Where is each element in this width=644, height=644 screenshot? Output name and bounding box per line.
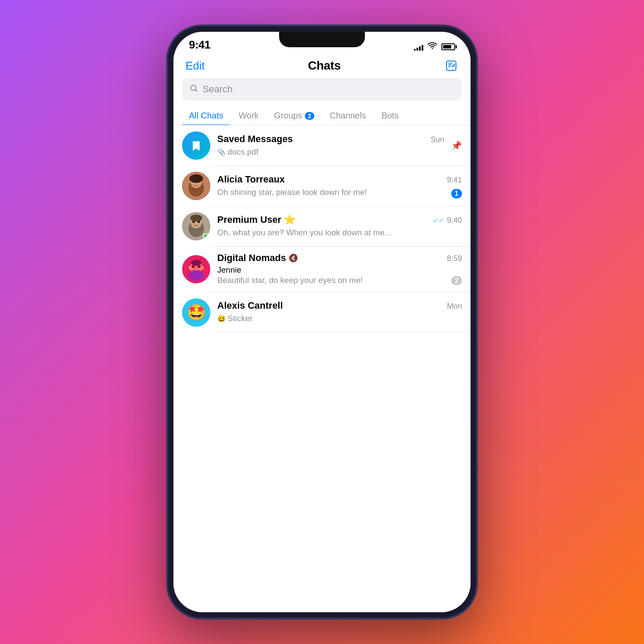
chat-name-premium: Premium User ⭐ <box>217 214 295 225</box>
chat-list: Saved Messages Sun 📎 docs.pdf 📌 <box>173 125 471 612</box>
signal-bars-icon <box>414 43 423 51</box>
chat-item-alicia[interactable]: Alicia Torreaux 9:41 Oh shining star, pl… <box>173 166 471 206</box>
online-dot-premium <box>203 233 209 239</box>
premium-star-icon: ⭐ <box>284 214 295 225</box>
page-title: Chats <box>308 59 340 73</box>
chat-time-premium: ✓✓ 9:40 <box>433 216 462 225</box>
unread-count-alicia: 1 <box>451 189 462 198</box>
tab-groups[interactable]: Groups 2 <box>267 106 321 125</box>
phone-notch <box>279 32 365 47</box>
chat-body-alexis: Alexis Cantrell Mon 😆 Sticker <box>217 300 462 325</box>
chat-time-digital-nomads: 8:59 <box>447 254 462 263</box>
chat-name-alexis: Alexis Cantrell <box>217 300 283 311</box>
paperclip-icon: 📎 <box>217 148 226 156</box>
phone-frame: 9:41 <box>167 26 477 618</box>
chat-name-saved-messages: Saved Messages <box>217 134 293 145</box>
tab-channels-label: Channels <box>330 111 366 121</box>
chat-top-premium: Premium User ⭐ ✓✓ 9:40 <box>217 214 462 225</box>
alexis-emoji: 🤩 <box>187 304 206 322</box>
sticker-emoji-icon: 😆 <box>217 315 226 323</box>
svg-point-8 <box>189 174 203 183</box>
tabs-bar: All Chats Work Groups 2 Channels Bots <box>173 106 471 125</box>
chat-top-alicia: Alicia Torreaux 9:41 <box>217 174 462 185</box>
chat-top-alexis: Alexis Cantrell Mon <box>217 300 462 311</box>
preview-row-saved-messages: 📎 docs.pdf <box>217 146 444 158</box>
chat-body-digital-nomads: Digital Nomads 🔇 8:59 Jennie Beautiful s… <box>217 252 462 286</box>
chat-preview-saved-messages: docs.pdf <box>228 146 258 158</box>
status-icons <box>414 42 455 52</box>
chat-top-digital-nomads: Digital Nomads 🔇 8:59 <box>217 252 462 264</box>
tab-bots-label: Bots <box>381 111 398 121</box>
tab-groups-badge: 2 <box>305 112 314 120</box>
chat-preview-alexis: Sticker <box>228 313 252 325</box>
avatar-alicia <box>182 172 210 200</box>
avatar-digital-nomads <box>182 255 210 283</box>
tab-all-chats-label: All Chats <box>189 111 223 121</box>
wifi-icon <box>428 42 437 52</box>
battery-fill <box>443 45 451 49</box>
chat-item-digital-nomads[interactable]: Digital Nomads 🔇 8:59 Jennie Beautiful s… <box>173 246 471 292</box>
signal-bar-1 <box>414 49 416 51</box>
digital-nomads-name: Digital Nomads <box>217 252 286 264</box>
chat-top-saved-messages: Saved Messages Sun <box>217 134 444 145</box>
alicia-face-svg <box>182 172 210 200</box>
chat-time-saved-messages: Sun <box>431 135 444 144</box>
avatar-saved-messages <box>182 131 210 160</box>
tab-work[interactable]: Work <box>232 106 265 125</box>
chat-time-alexis: Mon <box>447 302 462 311</box>
search-icon <box>190 84 198 95</box>
bookmark-icon <box>188 138 204 153</box>
svg-point-23 <box>191 260 201 266</box>
chat-body-premium: Premium User ⭐ ✓✓ 9:40 Oh, what you are?… <box>217 214 462 239</box>
svg-point-22 <box>198 266 200 267</box>
chat-preview-digital-nomads-wrapper: Jennie Beautiful star, do keep your eyes… <box>217 265 462 286</box>
avatar-alexis: 🤩 <box>182 298 210 327</box>
chat-sender-digital-nomads: Jennie <box>217 265 462 275</box>
status-time: 9:41 <box>189 38 210 52</box>
battery-icon <box>441 43 455 50</box>
avatar-premium <box>182 212 210 240</box>
chat-name-alicia: Alicia Torreaux <box>217 174 285 185</box>
chat-item-saved-messages[interactable]: Saved Messages Sun 📎 docs.pdf 📌 <box>173 125 471 166</box>
svg-point-0 <box>432 48 433 49</box>
chat-preview-alicia: Oh shining star, please look down for me… <box>217 187 462 198</box>
premium-name-text: Premium User <box>217 214 281 225</box>
svg-rect-1 <box>447 61 456 70</box>
signal-bar-2 <box>416 48 418 51</box>
compose-icon <box>445 60 457 72</box>
preview-row-alexis: 😆 Sticker <box>217 313 462 325</box>
chat-preview-digital-nomads: Beautiful star, do keep your eyes on me! <box>217 275 462 286</box>
unread-count-digital-nomads: 2 <box>451 276 462 285</box>
tab-bots[interactable]: Bots <box>374 106 405 125</box>
tab-groups-label: Groups <box>274 111 302 121</box>
phone-wrapper: 9:41 <box>167 26 477 618</box>
mute-icon-digital-nomads: 🔇 <box>289 253 298 263</box>
svg-point-14 <box>190 215 202 222</box>
chat-item-premium[interactable]: Premium User ⭐ ✓✓ 9:40 Oh, what you are?… <box>173 206 471 246</box>
pin-icon-saved-messages: 📌 <box>451 140 462 151</box>
tab-all-chats[interactable]: All Chats <box>182 106 230 125</box>
edit-button[interactable]: Edit <box>185 59 205 73</box>
chat-body-alicia: Alicia Torreaux 9:41 Oh shining star, pl… <box>217 174 462 198</box>
time-premium: 9:40 <box>447 216 462 225</box>
svg-point-21 <box>192 266 194 267</box>
chat-name-digital-nomads: Digital Nomads 🔇 <box>217 252 298 264</box>
chat-item-alexis[interactable]: 🤩 Alexis Cantrell Mon 😆 Sticker <box>173 292 471 333</box>
svg-point-24 <box>188 270 204 281</box>
search-placeholder: Search <box>203 84 233 95</box>
double-check-icon: ✓✓ <box>433 217 444 224</box>
signal-bar-4 <box>422 45 423 51</box>
digital-nomads-svg <box>182 255 210 283</box>
tab-channels[interactable]: Channels <box>323 106 373 125</box>
app-content: Edit Chats <box>173 55 471 612</box>
compose-button[interactable] <box>444 58 459 73</box>
chat-body-saved-messages: Saved Messages Sun 📎 docs.pdf <box>217 134 444 158</box>
tab-work-label: Work <box>239 111 258 121</box>
phone-screen: 9:41 <box>173 32 471 612</box>
chat-badge-alicia: 1 <box>451 189 462 198</box>
chat-badge-digital-nomads: 2 <box>451 277 462 285</box>
signal-bar-3 <box>419 46 421 51</box>
chat-time-alicia: 9:41 <box>447 176 462 185</box>
chat-preview-premium: Oh, what you are? When you look down at … <box>217 227 462 239</box>
search-bar[interactable]: Search <box>182 78 462 100</box>
